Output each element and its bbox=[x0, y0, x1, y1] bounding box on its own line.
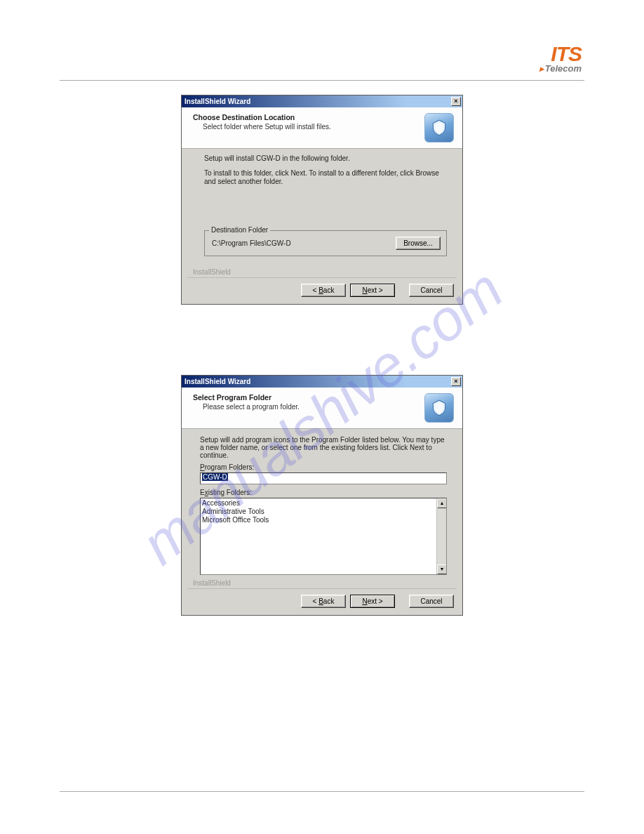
dialog-footer: < Back Next > Cancel bbox=[182, 278, 462, 304]
scrollbar[interactable]: ▴ ▾ bbox=[436, 498, 446, 574]
body-text-1: Setup will install CGW-D in the followin… bbox=[204, 154, 447, 164]
dialog-subtitle: Please select a program folder. bbox=[203, 403, 419, 411]
scroll-up-icon[interactable]: ▴ bbox=[437, 498, 447, 508]
footer-rule bbox=[60, 791, 584, 792]
body-text-2: To install to this folder, click Next. T… bbox=[204, 169, 447, 187]
titlebar: InstallShield Wizard × bbox=[182, 376, 462, 388]
dialog-header: Choose Destination Location Select folde… bbox=[182, 107, 462, 149]
titlebar: InstallShield Wizard × bbox=[182, 95, 462, 107]
installshield-label: InstallShield bbox=[187, 267, 457, 278]
close-icon[interactable]: × bbox=[451, 97, 461, 106]
list-item[interactable]: Administrative Tools bbox=[202, 508, 445, 516]
existing-folders-list[interactable]: Accessories Administrative Tools Microso… bbox=[200, 498, 447, 575]
list-item[interactable]: Accessories bbox=[202, 499, 445, 508]
body-text: Setup will add program icons to the Prog… bbox=[200, 436, 447, 459]
logo-arrow-icon: ▸ bbox=[539, 64, 544, 74]
installshield-label: InstallShield bbox=[187, 578, 457, 589]
dialog-header: Select Program Folder Please select a pr… bbox=[182, 388, 462, 429]
existing-folders-label: Existing Folders: bbox=[200, 489, 447, 496]
titlebar-text: InstallShield Wizard bbox=[185, 98, 250, 105]
logo: ITS ▸Telecom bbox=[539, 42, 582, 74]
scroll-down-icon[interactable]: ▾ bbox=[437, 564, 447, 574]
next-button[interactable]: Next > bbox=[350, 595, 395, 608]
destination-path: C:\Program Files\CGW-D bbox=[212, 239, 291, 247]
program-folders-label: Program Folders: bbox=[200, 463, 447, 471]
program-folder-input[interactable]: CGW-D bbox=[200, 472, 447, 484]
titlebar-text: InstallShield Wizard bbox=[185, 378, 250, 385]
group-legend: Destination Folder bbox=[209, 226, 270, 234]
dialog-choose-destination: InstallShield Wizard × Choose Destinatio… bbox=[181, 95, 463, 305]
list-item[interactable]: Microsoft Office Tools bbox=[202, 516, 445, 524]
dialog-body: Setup will install CGW-D in the followin… bbox=[182, 149, 462, 267]
back-button[interactable]: < Back bbox=[301, 595, 346, 608]
back-button[interactable]: < Back bbox=[301, 284, 346, 297]
installer-icon bbox=[424, 393, 454, 423]
installer-icon bbox=[424, 113, 454, 143]
dialog-body: Setup will add program icons to the Prog… bbox=[182, 429, 462, 578]
destination-folder-group: Destination Folder C:\Program Files\CGW-… bbox=[204, 230, 447, 256]
close-icon[interactable]: × bbox=[451, 377, 461, 386]
dialog-select-program-folder: InstallShield Wizard × Select Program Fo… bbox=[181, 375, 463, 616]
browse-button[interactable]: Browse... bbox=[396, 237, 441, 250]
dialog-title: Select Program Folder bbox=[193, 393, 419, 402]
cancel-button[interactable]: Cancel bbox=[409, 595, 454, 608]
cancel-button[interactable]: Cancel bbox=[409, 284, 454, 297]
next-button[interactable]: Next > bbox=[350, 284, 395, 297]
logo-sub: ▸Telecom bbox=[539, 63, 582, 74]
dialog-footer: < Back Next > Cancel bbox=[182, 589, 462, 615]
dialog-subtitle: Select folder where Setup will install f… bbox=[203, 123, 419, 131]
dialog-title: Choose Destination Location bbox=[193, 113, 419, 121]
logo-brand: ITS bbox=[551, 42, 582, 65]
page-header: ITS ▸Telecom bbox=[60, 42, 584, 81]
